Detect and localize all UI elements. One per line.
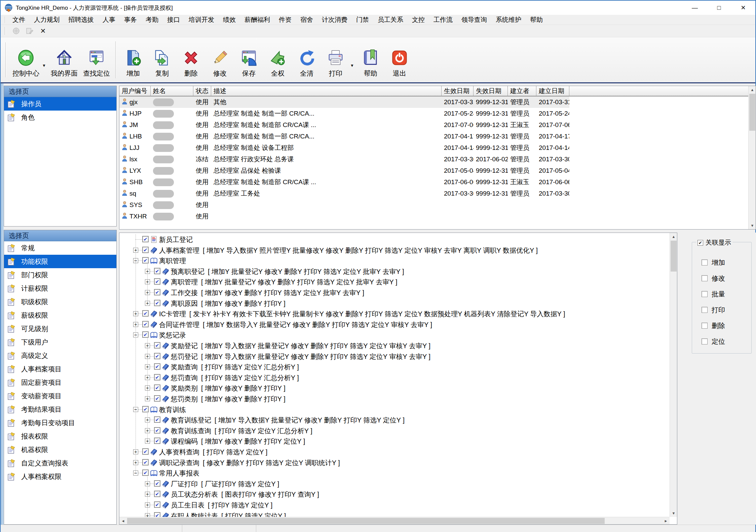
tree-checkbox[interactable]: ✔: [154, 501, 160, 508]
table-row[interactable]: LHB使用总经理室 制造处 制造一部 CR/CA...2017-04-17999…: [119, 131, 756, 142]
permission-page-tab-2[interactable]: 部门权限: [4, 268, 116, 282]
tree-checkbox[interactable]: ✔: [154, 384, 160, 391]
link-option-checkbox[interactable]: [702, 323, 708, 329]
page-tab-0[interactable]: 操作员: [4, 97, 116, 111]
scroll-right-icon[interactable]: ►: [662, 517, 670, 525]
tree-item-label-group[interactable]: 人事资料查询[ 打印Y 筛选Y 定位Y ]: [159, 447, 267, 457]
page-tab-1[interactable]: 角色: [4, 111, 116, 124]
menu-item-8[interactable]: 绩效: [219, 15, 240, 25]
tree-checkbox[interactable]: ✔: [154, 353, 160, 359]
tree-checkbox[interactable]: ✔: [154, 480, 160, 487]
tree-checkbox[interactable]: ✔: [154, 395, 160, 402]
menu-item-18[interactable]: 系统维护: [491, 15, 526, 25]
menu-item-3[interactable]: 人事: [98, 15, 120, 25]
tree-checkbox[interactable]: ✔: [154, 289, 160, 295]
tree-item-label-group[interactable]: 员工生日表[ 打印Y 筛选Y 定位Y ]: [171, 500, 272, 510]
tree-item-label-group[interactable]: 人事档案管理[ 增加Y 导入数据Y 照片管理Y 批量修改Y 修改Y 删除Y 打印…: [159, 245, 538, 256]
column-header-8[interactable]: [569, 86, 756, 96]
scroll-down-icon[interactable]: ▼: [749, 222, 756, 229]
menu-item-13[interactable]: 门禁: [352, 15, 373, 25]
tree-horizontal-scrollbar[interactable]: ◄ ►: [119, 517, 670, 524]
tree-checkbox[interactable]: ✔: [142, 406, 149, 412]
menu-item-7[interactable]: 培训开发: [184, 15, 219, 25]
scroll-down-icon[interactable]: ▼: [670, 509, 677, 517]
menu-item-9[interactable]: 薪酬福利: [240, 15, 274, 25]
tree-item-label-group[interactable]: 新员工登记: [159, 234, 193, 245]
column-header-7[interactable]: 建立日期: [536, 86, 569, 96]
permission-page-tab-8[interactable]: 高级定义: [4, 349, 116, 362]
menu-item-0[interactable]: 文件: [8, 15, 30, 25]
table-row[interactable]: JM使用总经理室 制造处 制造部 CR/CA课 ...2017-07-06999…: [119, 119, 756, 131]
scroll-thumb[interactable]: [749, 94, 755, 131]
tree-checkbox[interactable]: ✔: [154, 300, 160, 306]
tree-item-label-group[interactable]: 厂证打印[ 厂证打印Y 筛选Y 定位Y ]: [171, 479, 279, 489]
menu-item-17[interactable]: 领导查询: [457, 15, 491, 25]
close-tab-icon[interactable]: ✕: [37, 26, 49, 36]
permission-page-tab-7[interactable]: 下级用户: [4, 335, 116, 349]
menu-item-1[interactable]: 人力规划: [30, 15, 64, 25]
table-row[interactable]: TXHR使用: [119, 211, 756, 222]
tree-item-label-group[interactable]: IC卡管理[ 发卡Y 补卡Y 有效卡下载至卡钟Y 批量制卡Y 修改Y 删除Y 打…: [159, 309, 565, 319]
tree-checkbox[interactable]: ✔: [142, 448, 149, 455]
scroll-thumb[interactable]: [671, 241, 677, 272]
tree-checkbox[interactable]: ✔: [154, 491, 160, 497]
column-header-4[interactable]: 生效日期: [442, 86, 474, 96]
tree-item-label-group[interactable]: 教育训练登记[ 增加Y 导入数据Y 批量登记Y 修改Y 删除Y 打印Y 筛选Y …: [171, 415, 405, 425]
minimize-button[interactable]: —: [683, 1, 707, 15]
table-row[interactable]: SHB使用总经理室 制造处 制造部 CR/CA课 ...2017-06-0699…: [119, 176, 756, 188]
tree-item-label-group[interactable]: 奖励查询[ 打印Y 筛选Y 定位Y 汇总分析Y ]: [171, 362, 299, 372]
scroll-up-icon[interactable]: ▲: [670, 233, 677, 240]
tree-item-label-group[interactable]: 奖励登记[ 增加Y 导入数据Y 批量登记Y 修改Y 删除Y 打印Y 筛选Y 定位…: [171, 340, 430, 351]
permission-page-tab-13[interactable]: 考勤每日变动项目: [4, 416, 116, 429]
permission-page-tab-5[interactable]: 薪级权限: [4, 309, 116, 322]
tree-checkbox[interactable]: ✔: [142, 321, 149, 327]
toolbar-edit-button[interactable]: 修改: [205, 39, 234, 81]
tree-checkbox[interactable]: ✔: [154, 374, 160, 380]
menu-item-11[interactable]: 宿舍: [296, 15, 317, 25]
permission-page-tab-15[interactable]: 机器权限: [4, 443, 116, 456]
toolbar-clear-button[interactable]: 全清: [292, 39, 321, 81]
column-header-6[interactable]: 建立者: [508, 86, 536, 96]
link-option-checkbox[interactable]: [702, 259, 708, 265]
scroll-thumb[interactable]: [127, 518, 605, 524]
permission-page-tab-11[interactable]: 变动薪资项目: [4, 389, 116, 403]
dropdown-arrow-icon[interactable]: ▼: [42, 52, 46, 68]
toolbar-save-button[interactable]: 保存: [234, 39, 263, 81]
tree-item-label-group[interactable]: 调职记录查询[ 修改Y 删除Y 打印Y 筛选Y 定位Y 调职统计Y ]: [159, 457, 340, 468]
tree-checkbox[interactable]: ✔: [142, 310, 149, 317]
tree-checkbox[interactable]: ✔: [142, 236, 149, 242]
permission-page-tab-14[interactable]: 报表权限: [4, 429, 116, 443]
tree-item-label-group[interactable]: 工作交接[ 增加Y 修改Y 删除Y 打印Y 筛选Y 定位Y 批审Y 去审Y ]: [171, 287, 364, 298]
table-row[interactable]: gjx使用其他2017-03-319999-12-31管理员2017-03-31: [119, 96, 756, 108]
tree-checkbox[interactable]: ✔: [154, 416, 160, 423]
toolbar-copy-button[interactable]: 复制: [148, 39, 177, 81]
tree-checkbox[interactable]: ✔: [142, 257, 149, 263]
table-row[interactable]: HJP使用总经理室 制造处 制造一部 CR/CA...2017-05-24999…: [119, 108, 756, 119]
permission-page-tab-4[interactable]: 职级权限: [4, 295, 116, 309]
table-vertical-scrollbar[interactable]: ▲ ▼: [748, 86, 756, 229]
table-row[interactable]: SYS使用: [119, 199, 756, 211]
permission-page-tab-3[interactable]: 计薪权限: [4, 282, 116, 295]
tree-item-label-group[interactable]: 教育训练查询[ 打印Y 筛选Y 定位Y 汇总分析Y ]: [171, 425, 312, 436]
permission-page-tab-17[interactable]: 人事档案权限: [4, 470, 116, 483]
link-option-checkbox[interactable]: [702, 291, 708, 297]
tree-item-label-group[interactable]: 奖励类别[ 增加Y 修改Y 删除Y 打印Y ]: [171, 383, 286, 394]
tree-item-label-group[interactable]: 预离职登记[ 增加Y 批量登记Y 修改Y 删除Y 打印Y 筛选Y 定位Y 批审Y…: [171, 266, 404, 277]
tree-item-label-group[interactable]: 离职原因[ 增加Y 修改Y 删除Y 打印Y ]: [171, 298, 286, 309]
tree-item-label-group[interactable]: 奖惩记录: [159, 330, 186, 340]
tree-item-label-group[interactable]: 员工状态分析表[ 图表打印Y 修改Y 打印Y 查询Y ]: [171, 489, 319, 500]
tree-checkbox[interactable]: ✔: [142, 247, 149, 253]
tree-item-label-group[interactable]: 惩罚登记[ 增加Y 导入数据Y 批量登记Y 修改Y 删除Y 打印Y 筛选Y 定位…: [171, 351, 430, 362]
tree-checkbox[interactable]: ✔: [154, 512, 160, 517]
tree-item-label-group[interactable]: 教育训练: [159, 404, 186, 415]
menu-item-10[interactable]: 件资: [274, 15, 296, 25]
column-header-1[interactable]: 姓名: [151, 86, 193, 96]
column-header-2[interactable]: 状态: [193, 86, 211, 96]
tree-checkbox[interactable]: ✔: [142, 331, 149, 338]
tree-vertical-scrollbar[interactable]: ▲ ▼: [670, 233, 677, 517]
table-row[interactable]: sq使用总经理室 工务处2017-03-309999-12-31管理员2017-…: [119, 188, 756, 199]
tree-checkbox[interactable]: ✔: [154, 278, 160, 285]
tree-checkbox[interactable]: ✔: [142, 469, 149, 476]
link-option-checkbox[interactable]: [702, 307, 708, 313]
toolbar-print-button[interactable]: 打印: [321, 39, 350, 81]
